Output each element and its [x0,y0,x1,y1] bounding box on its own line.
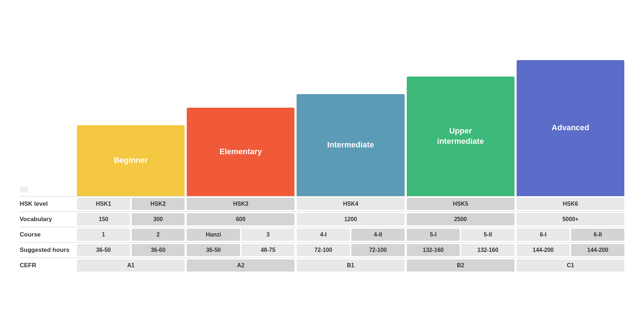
row-cells-suggested_hours: 36-5036-6036-5048-7572-10072-100132-1601… [77,243,624,258]
cell-vocabulary-0-1: 300 [132,213,185,225]
cell-group-hsk_level-3: HSK5 [407,198,514,210]
bar-advanced: Advanced [517,60,624,196]
cell-group-vocabulary-0: 150300 [77,213,185,225]
cell-vocabulary-3-0: 2500 [407,213,514,225]
table-row-suggested_hours: Suggested hours36-5036-6036-5048-7572-10… [20,242,624,258]
cell-vocabulary-2-0: 1200 [297,213,404,225]
bar-group-beginner: Beginner [77,53,185,196]
bar-label-beginner: Beginner [114,155,148,166]
cell-suggested_hours-0-1: 36-60 [132,244,185,256]
cell-suggested_hours-1-1: 48-75 [241,244,295,256]
cell-hsk_level-0-0: HSK1 [77,198,130,210]
bar-elementary: Elementary [187,108,294,196]
cell-cefr-0-0: A1 [77,259,185,272]
cell-group-hsk_level-1: HSK3 [187,198,294,210]
cell-hsk_level-0-1: HSK2 [132,198,185,210]
bar-label-elementary: Elementary [219,147,262,157]
cell-cefr-3-0: B2 [407,259,514,272]
cell-group-cefr-4: C1 [517,259,624,272]
cell-group-hsk_level-4: HSK6 [517,198,624,210]
bar-label-intermediate: Intermediate [327,140,374,150]
cell-course-3-0: 5-I [407,229,460,241]
row-cells-cefr: A1A2B1B2C1 [77,258,624,273]
level-label [20,187,28,192]
bar-beginner: Beginner [77,125,185,196]
cell-cefr-2-0: B1 [297,259,404,272]
level-label-col [20,187,77,196]
row-cells-course: 12Hanzi34-I4-II5-I5-II6-I6-II [77,227,624,242]
cell-vocabulary-4-0: 5000+ [517,213,624,225]
cell-group-cefr-0: A1 [77,259,185,272]
cell-group-cefr-1: A2 [187,259,294,272]
cell-hsk_level-1-0: HSK3 [187,198,294,210]
bar-group-upper-intermediate: Upperintermediate [407,53,514,196]
table-row-hsk_level: HSK levelHSK1HSK2HSK3HSK4HSK5HSK6 [20,196,624,211]
cell-group-suggested_hours-2: 72-10072-100 [297,244,404,256]
row-cells-vocabulary: 150300600120025005000+ [77,212,624,227]
row-label-vocabulary: Vocabulary [20,212,77,227]
cell-suggested_hours-3-0: 132-160 [407,244,460,256]
cell-group-vocabulary-4: 5000+ [517,213,624,225]
cell-group-vocabulary-2: 1200 [297,213,404,225]
cell-course-0-1: 2 [132,229,185,241]
cell-cefr-1-0: A2 [187,259,294,272]
cell-cefr-4-0: C1 [517,259,624,272]
cell-vocabulary-0-0: 150 [77,213,130,225]
table-row-cefr: CEFRA1A2B1B2C1 [20,258,624,273]
cell-group-course-3: 5-I5-II [407,229,514,241]
cell-hsk_level-2-0: HSK4 [297,198,404,210]
cell-hsk_level-4-0: HSK6 [517,198,624,210]
row-label-course: Course [20,227,77,242]
cell-course-4-1: 6-II [571,229,624,241]
cell-group-cefr-2: B1 [297,259,404,272]
cell-group-course-0: 12 [77,229,185,241]
cell-group-suggested_hours-4: 144-200144-200 [517,244,624,256]
cell-course-1-0: Hanzi [187,229,240,241]
cell-suggested_hours-0-0: 36-50 [77,244,130,256]
cell-course-2-1: 4-II [351,229,405,241]
cell-group-hsk_level-2: HSK4 [297,198,404,210]
cell-vocabulary-1-0: 600 [187,213,294,225]
cell-group-course-4: 6-I6-II [517,229,624,241]
bar-upper-intermediate: Upperintermediate [407,77,514,196]
cell-suggested_hours-1-0: 36-50 [187,244,240,256]
cell-group-course-2: 4-I4-II [297,229,404,241]
row-label-suggested_hours: Suggested hours [20,243,77,258]
bar-label-upper-intermediate: Upperintermediate [437,126,484,146]
cell-group-hsk_level-0: HSK1HSK2 [77,198,185,210]
cell-suggested_hours-4-1: 144-200 [571,244,624,256]
table-row-course: Course12Hanzi34-I4-II5-I5-II6-I6-II [20,227,624,242]
cell-hsk_level-3-0: HSK5 [407,198,514,210]
bars-area: BeginnerElementaryIntermediateUpperinter… [77,53,624,196]
cell-course-1-1: 3 [241,229,295,241]
cell-group-course-1: Hanzi3 [187,229,294,241]
bar-group-intermediate: Intermediate [297,53,404,196]
cell-group-vocabulary-1: 600 [187,213,294,225]
bar-intermediate: Intermediate [297,94,404,196]
cell-group-suggested_hours-0: 36-5036-60 [77,244,185,256]
bar-group-elementary: Elementary [187,53,294,196]
cell-group-suggested_hours-3: 132-160132-160 [407,244,514,256]
chart-container: BeginnerElementaryIntermediateUpperinter… [9,46,635,277]
cell-group-cefr-3: B2 [407,259,514,272]
cell-course-0-0: 1 [77,229,130,241]
table-section: HSK levelHSK1HSK2HSK3HSK4HSK5HSK6Vocabul… [20,196,624,273]
table-row-vocabulary: Vocabulary150300600120025005000+ [20,211,624,227]
cell-suggested_hours-4-0: 144-200 [517,244,570,256]
row-label-hsk_level: HSK level [20,196,77,211]
cell-group-vocabulary-3: 2500 [407,213,514,225]
cell-course-3-1: 5-II [461,229,514,241]
cell-suggested_hours-2-0: 72-100 [297,244,350,256]
cell-course-2-0: 4-I [297,229,350,241]
cell-course-4-0: 6-I [517,229,570,241]
cell-suggested_hours-3-1: 132-160 [461,244,514,256]
row-label-cefr: CEFR [20,258,77,273]
row-cells-hsk_level: HSK1HSK2HSK3HSK4HSK5HSK6 [77,196,624,211]
bar-group-advanced: Advanced [517,53,624,196]
bars-section: BeginnerElementaryIntermediateUpperinter… [20,53,624,196]
cell-group-suggested_hours-1: 36-5048-75 [187,244,294,256]
cell-suggested_hours-2-1: 72-100 [351,244,405,256]
bar-label-advanced: Advanced [552,123,589,133]
